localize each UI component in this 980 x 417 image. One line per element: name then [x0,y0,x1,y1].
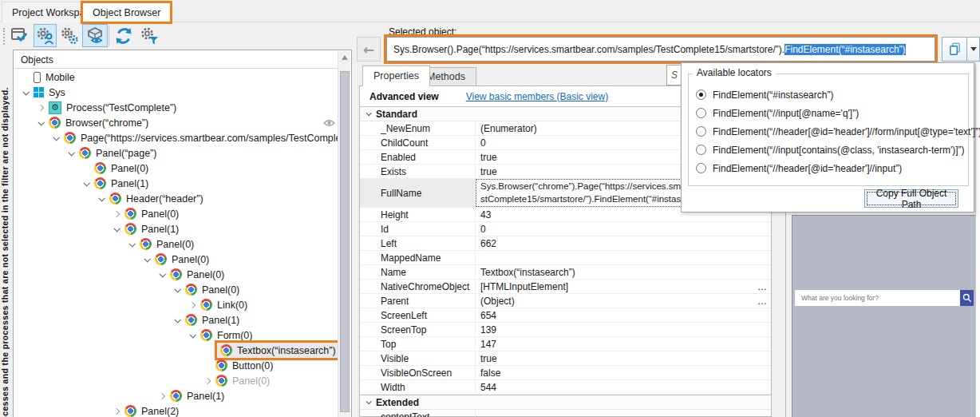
basic-view-link[interactable]: View basic members (Basic view) [466,91,609,102]
tree-node-label: Link(0) [217,300,247,311]
property-row-width[interactable]: Width544 [360,380,771,395]
tree-node-panel-1[interactable]: Panel(1) [14,388,338,403]
expand-chevron-icon[interactable] [37,104,43,110]
ellipsis-button[interactable]: … [753,280,771,293]
tree-node-panel-0[interactable]: Panel(0) [14,282,338,297]
property-name: MappedName [360,251,476,264]
preview-search-input[interactable] [795,290,960,306]
property-row-name[interactable]: NameTextbox(“instasearch”) [360,265,771,280]
copy-path-button[interactable] [942,37,967,62]
property-row-top[interactable]: Top147 [360,337,771,351]
tree-node-panel-0[interactable]: Panel(0) [14,161,338,176]
tree-node-panel-1[interactable]: Panel(1) [14,176,338,191]
tab-properties[interactable]: Properties [362,66,430,86]
expand-chevron-icon[interactable] [188,301,195,308]
radio-icon[interactable] [696,163,706,173]
tree-node-mobile[interactable]: Mobile [14,70,338,85]
radio-icon[interactable] [696,145,706,155]
tree-node-label: Process(“TestComplete”) [66,102,176,113]
collapse-chevron-icon[interactable] [159,271,165,277]
selected-object-path-input[interactable]: Sys.Browser().Page(“https://services.sma… [386,37,935,62]
ellipsis-button[interactable]: … [753,294,771,308]
property-row-id[interactable]: Id0 [360,222,771,236]
panel-check-icon[interactable] [8,24,31,47]
collapse-chevron-icon[interactable] [38,119,44,125]
collapse-chevron-icon[interactable] [113,225,120,232]
node-wrap: Browser(“chrome”) [48,116,152,129]
tree-node-process-testcomplete[interactable]: ⚙Process(“TestComplete”) [14,100,338,115]
tree-node-panel-0[interactable]: Panel(0) [14,252,338,267]
collapse-chevron-icon[interactable] [68,149,74,156]
tree-node-panel-1[interactable]: Panel(1) [14,221,338,236]
tree-node-panel-2[interactable]: Panel(2) [14,403,338,417]
back-arrow-button[interactable]: ← [357,37,381,62]
locator-option-3[interactable]: FindElement(“//header[@id='header']//for… [696,122,967,141]
collapse-chevron-icon[interactable] [366,110,372,116]
collapse-chevron-icon[interactable] [98,195,105,201]
collapse-chevron-icon[interactable] [83,180,89,186]
tree-node-browser-chrome[interactable]: Browser(“chrome”) [14,115,338,130]
cube-eye-icon[interactable] [82,24,108,47]
property-row-mappedname[interactable]: MappedName [360,251,771,265]
collapse-chevron-icon[interactable] [22,89,29,95]
tree-node-textbox-instasearch[interactable]: Textbox(“instasearch”) [14,343,338,358]
property-row-screenleft[interactable]: ScreenLeft654 [360,308,771,323]
property-row-parent[interactable]: Parent(Object)… [360,294,771,308]
section-title: Extended [376,397,419,408]
tree-node-link-0[interactable]: Link(0) [14,297,338,312]
gear-filter-icon[interactable] [136,24,161,47]
toolbar-grip[interactable] [3,28,5,45]
tab-object-browser[interactable]: Object Browser [81,1,172,24]
tree-node-page-https-services-smartbear-com-sample[interactable]: Page(“https://services.smartbear.com/sam… [14,130,338,145]
tree-node-panel-1[interactable]: Panel(1) [14,312,338,328]
collapse-chevron-icon[interactable] [144,256,150,262]
tree-node-sys[interactable]: Sys [14,85,338,100]
collapse-chevron-icon[interactable] [366,399,372,404]
property-row-screentop[interactable]: ScreenTop139 [360,323,771,337]
property-row-nativechromeobject[interactable]: NativeChromeObject[HTMLInputElement]… [360,280,771,294]
collapse-chevron-icon[interactable] [189,332,196,338]
locator-option-1[interactable]: FindElement(“#instasearch”) [696,85,967,104]
window-tab-bar: Project Workspace Object Browser [0,0,980,22]
tree-node-button-0[interactable]: Button(0) [14,358,338,373]
right-scroll-strip[interactable] [975,63,980,417]
property-row-visibleonscreen[interactable]: VisibleOnScreenfalse [360,366,771,380]
preview-search-button[interactable] [960,290,974,306]
radio-icon[interactable] [696,126,706,137]
tree-node-panel-page[interactable]: Panel(“page”) [14,145,338,161]
scroll-up-icon[interactable] [342,55,348,60]
expand-chevron-icon[interactable] [204,377,210,383]
collapse-chevron-icon[interactable] [174,286,180,292]
node-wrap: Sys [33,86,69,99]
tree-node-panel-0[interactable]: Panel(0) [14,236,338,252]
tree-node-panel-0[interactable]: Panel(0) [14,267,338,282]
refresh-icon[interactable] [112,24,135,47]
collapse-chevron-icon[interactable] [174,316,180,323]
user-gear-icon[interactable] [34,24,57,47]
expand-chevron-icon[interactable] [113,210,119,216]
locator-option-2[interactable]: FindElement(“//input[@name='q']”) [696,104,967,122]
expand-chevron-icon[interactable] [113,407,119,414]
property-row-visible[interactable]: Visibletrue [360,351,771,366]
locator-option-5[interactable]: FindElement(“//header[@id='header']//inp… [696,159,967,177]
copy-full-object-path-button[interactable]: Copy Full Object Path [864,189,958,208]
radio-icon[interactable] [696,108,706,118]
tree-node-panel-0[interactable]: Panel(0) [14,206,338,221]
gears-icon[interactable] [57,24,81,47]
radio-selected-icon[interactable] [696,89,706,100]
tree-node-header-header[interactable]: Header(“header”) [14,191,338,206]
scrollbar-thumb[interactable] [340,71,350,412]
property-row-contenttext[interactable]: contentText [360,410,771,417]
tree-node-panel-0[interactable]: Panel(0) [14,373,338,388]
section-header-extended[interactable]: Extended [360,395,771,410]
expand-chevron-icon[interactable] [158,392,164,399]
locator-option-4[interactable]: FindElement(“//input[contains(@class, 'i… [696,141,967,159]
copy-dropdown-button[interactable] [967,37,980,62]
chevron-slot [48,136,63,141]
tree-scrollbar[interactable] [338,51,350,417]
eye-icon[interactable] [323,118,335,129]
property-value: true [476,351,771,365]
collapse-chevron-icon[interactable] [53,134,59,141]
property-row-left[interactable]: Left662 [360,236,771,251]
collapse-chevron-icon[interactable] [128,240,135,247]
